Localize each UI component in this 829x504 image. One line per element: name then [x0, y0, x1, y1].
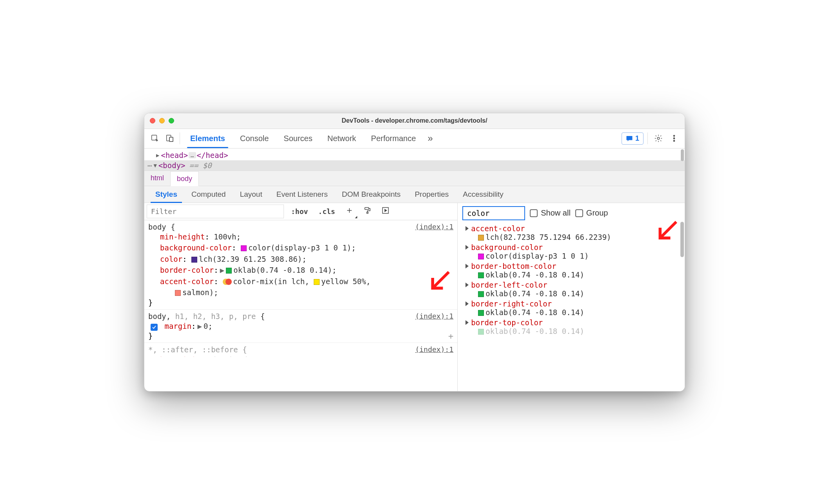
close-window-button[interactable]	[150, 118, 155, 123]
subtab-accessibility[interactable]: Accessibility	[456, 186, 510, 203]
sidebar-tabs: Styles Computed Layout Event Listeners D…	[144, 186, 685, 203]
tab-console[interactable]: Console	[233, 129, 276, 148]
tab-sources[interactable]: Sources	[276, 129, 319, 148]
paint-format-icon[interactable]	[360, 205, 375, 218]
computed-toggle-icon[interactable]	[378, 205, 393, 218]
inspect-element-icon[interactable]	[148, 132, 162, 145]
hov-toggle[interactable]: :hov	[288, 206, 311, 217]
rule-source-link[interactable]: (index):1	[415, 345, 454, 354]
subtab-dom-breakpoints[interactable]: DOM Breakpoints	[335, 186, 408, 203]
style-rule-body[interactable]: body { (index):1 min-height: 100vh; back…	[144, 220, 457, 310]
breadcrumb-html[interactable]: html	[144, 171, 170, 186]
caret-right-icon[interactable]: ▶	[156, 152, 159, 158]
titlebar: DevTools - developer.chrome.com/tags/dev…	[144, 113, 685, 129]
breadcrumb-body[interactable]: body	[170, 171, 199, 186]
issues-badge[interactable]: 1	[622, 132, 644, 145]
insert-rule-icon[interactable]: +	[448, 331, 453, 341]
rule-selector[interactable]: body, h1, h2, h3, p, pre {	[148, 312, 265, 321]
svg-rect-2	[169, 137, 173, 141]
color-swatch-icon[interactable]	[478, 235, 484, 241]
declaration[interactable]: min-height: 100vh;	[148, 231, 453, 243]
caret-down-icon[interactable]: ▼	[153, 162, 156, 169]
kebab-menu-icon[interactable]	[667, 132, 681, 145]
window-controls	[150, 118, 174, 123]
declaration[interactable]: color: lch(32.39 61.25 308.86);	[148, 254, 453, 265]
expand-caret-icon[interactable]	[465, 245, 469, 250]
group-checkbox[interactable]: Group	[575, 208, 608, 218]
color-swatch-icon[interactable]	[478, 272, 484, 278]
computed-row[interactable]: background-color color(display-p3 1 0 1)	[460, 242, 682, 261]
declaration[interactable]: accent-color: color-mix(in lch, yellow 5…	[148, 276, 453, 298]
svg-rect-8	[365, 208, 369, 210]
dom-head-open[interactable]: <head>	[161, 151, 188, 160]
subtab-event-listeners[interactable]: Event Listeners	[269, 186, 335, 203]
checkbox-icon[interactable]	[575, 209, 583, 217]
computed-scrollbar[interactable]	[680, 222, 684, 257]
styles-list[interactable]: body { (index):1 min-height: 100vh; back…	[144, 220, 457, 391]
subtab-styles[interactable]: Styles	[148, 186, 184, 203]
rule-source-link[interactable]: (index):1	[415, 223, 454, 231]
collapsed-ellipsis-icon[interactable]: …	[189, 152, 196, 158]
more-tabs-icon[interactable]: »	[424, 133, 437, 144]
device-toggle-icon[interactable]	[163, 132, 176, 145]
declaration[interactable]: border-color:▶oklab(0.74 -0.18 0.14);	[148, 265, 453, 276]
color-swatch-icon[interactable]	[478, 254, 484, 259]
main-toolbar: Elements Console Sources Network Perform…	[144, 129, 685, 149]
dom-body-open[interactable]: <body>	[158, 161, 185, 170]
expand-caret-icon[interactable]: ▶	[198, 322, 202, 330]
expand-caret-icon[interactable]	[465, 301, 469, 306]
subtab-computed[interactable]: Computed	[184, 186, 233, 203]
expand-caret-icon[interactable]	[465, 283, 469, 287]
rule-selector[interactable]: *, ::after, ::before {	[148, 345, 247, 354]
dom-scrollbar[interactable]	[681, 149, 684, 170]
computed-row[interactable]: border-left-color oklab(0.74 -0.18 0.14)	[460, 280, 682, 299]
tab-performance[interactable]: Performance	[364, 129, 423, 148]
color-swatch-icon[interactable]	[478, 329, 484, 335]
issues-count: 1	[635, 134, 639, 143]
color-swatch-icon[interactable]	[478, 310, 484, 316]
show-all-checkbox[interactable]: Show all	[530, 208, 571, 218]
color-swatch-icon[interactable]	[226, 268, 232, 274]
color-swatch-icon[interactable]	[175, 290, 181, 296]
style-rule-body-group[interactable]: body, h1, h2, h3, p, pre { (index):1 mar…	[144, 310, 457, 343]
color-swatch-icon[interactable]	[314, 279, 320, 285]
zoom-window-button[interactable]	[169, 118, 174, 123]
expand-caret-icon[interactable]: ▶	[220, 266, 224, 274]
declaration[interactable]: background-color: color(display-p3 1 0 1…	[148, 242, 453, 254]
cls-toggle[interactable]: .cls	[315, 206, 338, 217]
style-rule-universal[interactable]: *, ::after, ::before { (index):1 box-siz…	[144, 343, 457, 359]
computed-row[interactable]: border-right-color oklab(0.74 -0.18 0.14…	[460, 299, 682, 317]
minimize-window-button[interactable]	[159, 118, 165, 123]
computed-row[interactable]: accent-color lch(82.7238 75.1294 66.2239…	[460, 223, 682, 242]
expand-caret-icon[interactable]	[465, 320, 469, 325]
new-style-rule-icon[interactable]	[342, 205, 356, 218]
checkbox-icon[interactable]	[530, 209, 538, 217]
color-mix-swatch-icon[interactable]	[223, 279, 231, 285]
computed-row[interactable]: border-top-color oklab(0.74 -0.18 0.14)	[460, 317, 682, 336]
subtab-properties[interactable]: Properties	[408, 186, 456, 203]
dom-body-row[interactable]: ⋯ ▼ <body> == $0	[144, 160, 685, 170]
color-swatch-icon[interactable]	[478, 291, 484, 297]
rule-selector[interactable]: body {	[148, 223, 175, 231]
tab-network[interactable]: Network	[320, 129, 363, 148]
color-swatch-icon[interactable]	[241, 245, 247, 251]
toolbar-right: 1	[622, 132, 681, 145]
declaration-checkbox[interactable]	[151, 324, 158, 331]
settings-gear-icon[interactable]	[652, 132, 665, 145]
color-swatch-icon[interactable]	[191, 257, 197, 263]
rule-close-brace: }	[148, 298, 453, 307]
separator	[647, 132, 648, 144]
subtab-layout[interactable]: Layout	[233, 186, 269, 203]
computed-list[interactable]: accent-color lch(82.7238 75.1294 66.2239…	[458, 223, 685, 391]
computed-filter-bar: Show all Group	[458, 203, 685, 223]
expand-caret-icon[interactable]	[465, 226, 469, 231]
dom-tree[interactable]: ▶ <head> … </head> ⋯ ▼ <body> == $0	[144, 149, 685, 171]
computed-pane: Show all Group accent-color lch(82.7238 …	[458, 203, 685, 391]
tab-elements[interactable]: Elements	[183, 129, 232, 148]
styles-filter-input[interactable]	[147, 205, 284, 218]
expand-caret-icon[interactable]	[465, 264, 469, 268]
rule-source-link[interactable]: (index):1	[415, 312, 454, 321]
computed-row[interactable]: border-bottom-color oklab(0.74 -0.18 0.1…	[460, 261, 682, 280]
declaration[interactable]: margin:▶0;	[148, 321, 453, 332]
computed-filter-input[interactable]	[462, 206, 525, 220]
